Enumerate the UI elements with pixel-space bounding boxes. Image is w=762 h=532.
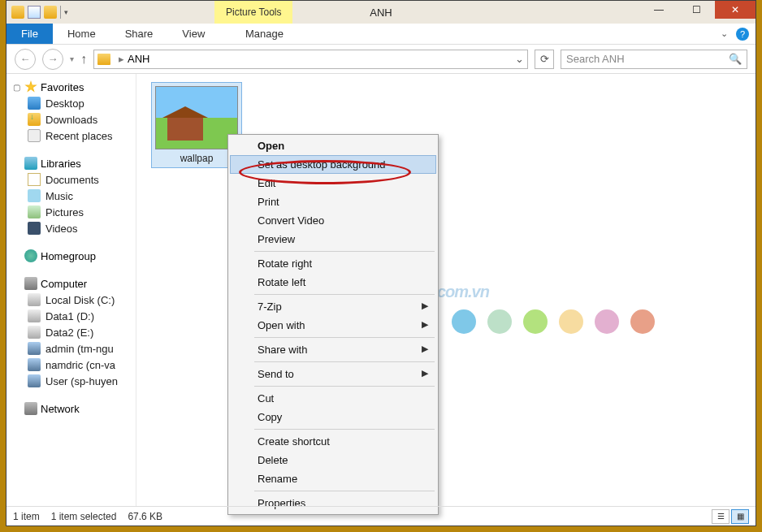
- search-icon: 🔍: [729, 53, 742, 65]
- sidebar-item-d[interactable]: Data1 (D:): [10, 308, 136, 324]
- ribbon-expand-icon[interactable]: ⌄: [721, 28, 728, 39]
- network-icon: [24, 402, 37, 415]
- network-label: Network: [41, 403, 80, 415]
- menu-share-with[interactable]: Share with▶: [230, 340, 436, 359]
- sidebar-item-pictures[interactable]: Pictures: [10, 204, 136, 220]
- menu-open-with[interactable]: Open with▶: [230, 316, 436, 335]
- sidebar-item-music[interactable]: Music: [10, 188, 136, 204]
- computer-header[interactable]: Computer: [10, 275, 136, 292]
- search-input[interactable]: Search ANH 🔍: [561, 50, 747, 69]
- network-header[interactable]: Network: [10, 400, 136, 417]
- menu-rotate-left[interactable]: Rotate left: [230, 273, 436, 292]
- homegroup-icon: [24, 249, 37, 262]
- folder-icon: [97, 54, 110, 65]
- downloads-icon: [28, 113, 41, 126]
- qat-overflow[interactable]: ▾: [64, 8, 68, 16]
- sidebar-item-admin[interactable]: admin (tm-ngu: [10, 340, 136, 357]
- home-tab[interactable]: Home: [53, 28, 110, 40]
- contextual-tab-picture-tools[interactable]: Picture Tools: [214, 1, 292, 24]
- disk-icon: [28, 293, 41, 306]
- videos-icon: [28, 222, 41, 235]
- help-button[interactable]: ?: [736, 28, 749, 41]
- file-tab[interactable]: File: [6, 24, 53, 44]
- computer-label: Computer: [41, 278, 87, 290]
- up-button[interactable]: ↑: [80, 52, 87, 67]
- disk-icon: [28, 309, 41, 322]
- menu-set-desktop-background[interactable]: Set as desktop background: [230, 155, 436, 174]
- status-item-count: 1 item: [13, 511, 40, 522]
- minimize-button[interactable]: —: [640, 1, 678, 19]
- window-title: ANH: [370, 6, 392, 19]
- menu-rename[interactable]: Rename: [230, 469, 436, 488]
- breadcrumb-folder[interactable]: ANH: [128, 53, 149, 65]
- sidebar-item-recent[interactable]: Recent places: [10, 128, 136, 144]
- window-controls: — ☐ ✕: [640, 1, 756, 19]
- menu-edit[interactable]: Edit: [230, 174, 436, 192]
- back-button[interactable]: ←: [15, 49, 36, 70]
- homegroup-header[interactable]: Homegroup: [10, 248, 136, 264]
- status-bar: 1 item 1 item selected 67.6 KB ☰ ▦: [6, 506, 756, 526]
- homegroup-label: Homegroup: [41, 250, 96, 262]
- libraries-header[interactable]: Libraries: [10, 155, 136, 171]
- thumbnail-image: [155, 86, 238, 149]
- music-icon: [28, 189, 41, 202]
- watermark-dots: [452, 309, 655, 334]
- menu-delete[interactable]: Delete: [230, 451, 436, 469]
- libraries-icon: [24, 157, 37, 170]
- menu-7zip[interactable]: 7-Zip▶: [230, 297, 436, 316]
- sidebar-item-desktop[interactable]: Desktop: [10, 95, 136, 111]
- menu-copy[interactable]: Copy: [230, 408, 436, 426]
- recent-icon: [28, 129, 41, 142]
- titlebar: ▾ Picture Tools ANH — ☐ ✕: [6, 1, 756, 24]
- menu-open[interactable]: Open: [230, 136, 436, 155]
- menu-convert-video[interactable]: Convert Video: [230, 211, 436, 230]
- submenu-arrow-icon: ▶: [422, 344, 428, 354]
- view-tab[interactable]: View: [167, 28, 219, 40]
- picture-icon: [28, 6, 41, 19]
- disk-icon: [28, 326, 41, 339]
- sidebar-item-videos[interactable]: Videos: [10, 220, 136, 236]
- sidebar-item-user[interactable]: User (sp-huyen: [10, 373, 136, 389]
- pictures-icon: [28, 205, 41, 218]
- sidebar-item-c[interactable]: Local Disk (C:): [10, 292, 136, 308]
- sidebar-item-downloads[interactable]: Downloads: [10, 111, 136, 128]
- favorites-label: Favorites: [41, 81, 84, 93]
- search-placeholder: Search ANH: [566, 53, 625, 65]
- file-name: wallpap: [155, 153, 238, 164]
- sidebar-item-e[interactable]: Data2 (E:): [10, 324, 136, 340]
- forward-button[interactable]: →: [42, 49, 63, 70]
- address-bar[interactable]: ▸ ANH ⌄: [93, 50, 528, 69]
- menu-print[interactable]: Print: [230, 192, 436, 211]
- computer-icon: [24, 277, 37, 290]
- view-details-button[interactable]: ☰: [712, 509, 730, 524]
- context-menu: Open Set as desktop background Edit Prin…: [227, 134, 439, 515]
- refresh-button[interactable]: ⟳: [535, 50, 554, 69]
- menu-cut[interactable]: Cut: [230, 389, 436, 408]
- sidebar-item-documents[interactable]: Documents: [10, 171, 136, 188]
- history-dropdown[interactable]: ▾: [70, 54, 74, 63]
- nav-pane: ▢Favorites Desktop Downloads Recent plac…: [6, 74, 136, 506]
- address-dropdown[interactable]: ⌄: [515, 53, 524, 65]
- maximize-button[interactable]: ☐: [678, 1, 715, 19]
- breadcrumb-sep: ▸: [115, 53, 128, 65]
- star-icon: [24, 80, 37, 93]
- close-button[interactable]: ✕: [715, 1, 756, 19]
- submenu-arrow-icon: ▶: [422, 368, 428, 378]
- view-thumbnails-button[interactable]: ▦: [731, 509, 749, 524]
- separator: [60, 6, 61, 19]
- status-selection: 1 item selected: [51, 511, 117, 522]
- libraries-label: Libraries: [41, 158, 81, 170]
- folder-small-icon: [44, 6, 57, 19]
- explorer-window: ▾ Picture Tools ANH — ☐ ✕ File Home Shar…: [6, 0, 756, 526]
- nav-bar: ← → ▾ ↑ ▸ ANH ⌄ ⟳ Search ANH 🔍: [6, 45, 756, 74]
- menu-create-shortcut[interactable]: Create shortcut: [230, 432, 436, 451]
- menu-preview[interactable]: Preview: [230, 230, 436, 249]
- share-tab[interactable]: Share: [110, 28, 168, 40]
- menu-send-to[interactable]: Send to▶: [230, 365, 436, 383]
- ribbon: File Home Share View Manage ⌄ ?: [6, 24, 756, 45]
- sidebar-item-namdric[interactable]: namdric (cn-va: [10, 357, 136, 373]
- favorites-header[interactable]: ▢Favorites: [10, 79, 136, 95]
- menu-rotate-right[interactable]: Rotate right: [230, 254, 436, 273]
- desktop-icon: [28, 97, 41, 110]
- manage-tab[interactable]: Manage: [231, 28, 298, 40]
